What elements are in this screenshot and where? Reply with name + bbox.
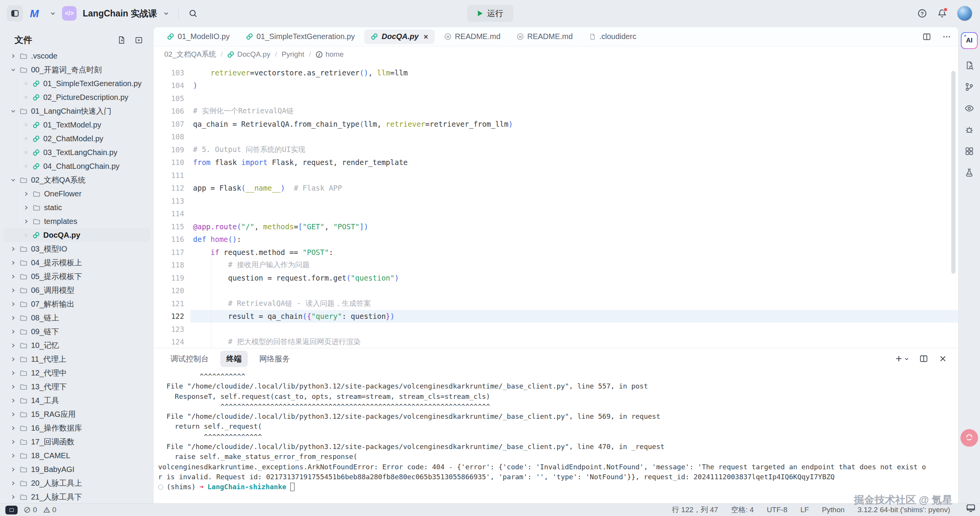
tree-folder-item[interactable]: 17_回调函数 xyxy=(0,435,153,449)
code-line-current[interactable]: 122 result = qa_chain({"query": question… xyxy=(154,310,958,323)
code-line[interactable]: 118 # 接收用户输入作为问题 xyxy=(154,259,958,272)
tree-folder-item[interactable]: 18_CAMEL xyxy=(0,449,153,462)
chevron-down-icon[interactable] xyxy=(50,10,56,16)
chevron-right-icon[interactable] xyxy=(10,467,16,472)
tree-folder-item[interactable]: templates xyxy=(0,214,153,228)
chevron-right-icon[interactable] xyxy=(10,439,16,445)
chevron-right-icon[interactable] xyxy=(10,370,16,376)
code-line[interactable]: 119 question = request.form.get("questio… xyxy=(154,271,958,284)
code-line[interactable]: 124 # 把大模型的回答结果返回网页进行渲染 xyxy=(154,336,958,348)
code-line[interactable]: 110from flask import Flask, request, ren… xyxy=(154,156,958,169)
close-tab-icon[interactable]: × xyxy=(424,33,428,41)
chevron-right-icon[interactable] xyxy=(10,315,16,321)
device-monitor-icon[interactable] xyxy=(965,503,976,514)
logo-m-icon[interactable]: M xyxy=(29,7,44,20)
warnings-indicator[interactable]: 0 xyxy=(43,506,57,514)
tree-folder-item[interactable]: 13_代理下 xyxy=(0,380,153,394)
tree-folder-item[interactable]: 01_LangChain快速入门 xyxy=(0,104,153,118)
tree-folder-item[interactable]: static xyxy=(0,201,153,214)
code-line[interactable]: 120 xyxy=(154,284,958,297)
code-line[interactable]: 103 retriever=vectorstore.as_retriever()… xyxy=(154,66,958,79)
editor-tab[interactable]: 01_SimpleTextGeneration.py xyxy=(239,29,362,44)
split-editor-icon[interactable] xyxy=(922,32,931,41)
sidebar-toggle-icon[interactable] xyxy=(7,5,23,21)
tree-file-item[interactable]: 01_SimpleTextGeneration.py xyxy=(0,77,153,90)
chevron-right-icon[interactable] xyxy=(10,494,16,500)
eye-icon[interactable] xyxy=(964,103,974,113)
new-terminal-plus-icon[interactable] xyxy=(894,354,909,363)
tree-folder-item[interactable]: .vscode xyxy=(0,49,153,63)
tree-folder-item[interactable]: 14_工具 xyxy=(0,394,153,407)
panel-tab[interactable]: 终端 xyxy=(220,351,248,367)
editor-tab[interactable]: 01_ModelIO.py xyxy=(160,29,236,44)
tree-folder-item[interactable]: 06_调用模型 xyxy=(0,283,153,297)
tree-folder-item[interactable]: 08_链上 xyxy=(0,311,153,325)
indentation[interactable]: 空格: 4 xyxy=(731,505,754,515)
code-line[interactable]: 115@app.route("/", methods=["GET", "POST… xyxy=(154,220,958,233)
tree-folder-item[interactable]: 12_代理中 xyxy=(0,366,153,380)
chevron-right-icon[interactable] xyxy=(10,343,16,348)
code-line[interactable]: 112app = Flask(__name__) # Flask APP xyxy=(154,182,958,195)
panel-tab[interactable]: 调试控制台 xyxy=(164,351,215,367)
chevron-down-icon[interactable] xyxy=(10,108,16,114)
new-file-icon[interactable] xyxy=(117,36,126,44)
extensions-grid-icon[interactable] xyxy=(964,146,974,156)
tree-folder-item[interactable]: OneFlower xyxy=(0,187,153,201)
ai-assistant-badge[interactable]: ✦ AI xyxy=(961,32,978,49)
help-icon[interactable]: ? xyxy=(917,8,927,18)
notifications-bell-icon[interactable] xyxy=(937,8,947,18)
breadcrumb-file[interactable]: DocQA.py xyxy=(227,50,270,59)
breadcrumb-symbol[interactable]: f home xyxy=(316,50,344,59)
debug-icon[interactable] xyxy=(964,125,974,135)
chevron-right-icon[interactable] xyxy=(10,274,16,279)
tree-file-item[interactable]: 02_PictureDescription.py xyxy=(0,90,153,104)
cursor-position[interactable]: 行 122，列 47 xyxy=(672,505,718,515)
chevron-right-icon[interactable] xyxy=(10,384,16,390)
tree-file-item[interactable]: 01_TextModel.py xyxy=(0,118,153,132)
language-mode[interactable]: Python xyxy=(822,506,844,514)
editor-tab[interactable]: DocQA.py× xyxy=(364,29,434,44)
chevron-down-icon[interactable] xyxy=(10,177,16,183)
code-line[interactable]: 116def home(): xyxy=(154,233,958,246)
editor-tab[interactable]: MREADME.md xyxy=(510,29,579,44)
chevron-right-icon[interactable] xyxy=(10,260,16,266)
code-line[interactable]: 111 xyxy=(154,169,958,182)
chevron-right-icon[interactable] xyxy=(10,480,16,486)
code-editor[interactable]: 103 retriever=vectorstore.as_retriever()… xyxy=(154,62,958,348)
tree-folder-item[interactable]: 19_BabyAGI xyxy=(0,462,153,476)
chevron-right-icon[interactable] xyxy=(10,356,16,362)
code-line[interactable]: 108 xyxy=(154,131,958,144)
tree-folder-item[interactable]: 16_操作数据库 xyxy=(0,421,153,435)
source-control-icon[interactable] xyxy=(964,82,974,92)
code-line[interactable]: 121 # RetrievalQA链 - 读入问题，生成答案 xyxy=(154,297,958,310)
panel-tab[interactable]: 网络服务 xyxy=(253,351,296,367)
breadcrumb-folder[interactable]: 02_文档QA系统 xyxy=(164,49,216,59)
code-line[interactable]: 106# 实例化一个RetrievalQA链 xyxy=(154,105,958,118)
split-panel-icon[interactable] xyxy=(919,354,928,363)
tree-folder-item[interactable]: 10_记忆 xyxy=(0,338,153,352)
tree-folder-item[interactable]: 07_解析输出 xyxy=(0,297,153,311)
file-search-icon[interactable] xyxy=(964,60,974,70)
chevron-right-icon[interactable] xyxy=(10,287,16,293)
tree-folder-item[interactable]: 11_代理上 xyxy=(0,352,153,366)
code-line[interactable]: 114 xyxy=(154,207,958,220)
interpreter[interactable]: 3.12.2 64-bit ('shims': pyenv) xyxy=(857,506,950,514)
tree-file-item[interactable]: DocQA.py xyxy=(3,228,150,242)
code-line[interactable]: 117 if request.method == "POST": xyxy=(154,246,958,259)
chevron-right-icon[interactable] xyxy=(10,453,16,459)
code-line[interactable]: 105 xyxy=(154,92,958,105)
more-actions-icon[interactable] xyxy=(942,32,951,41)
eol-type[interactable]: LF xyxy=(800,506,809,514)
chevron-right-icon[interactable] xyxy=(10,411,16,417)
editor-tab[interactable]: .cloudiderc xyxy=(582,29,643,44)
run-button[interactable]: 运行 xyxy=(467,5,513,22)
tree-folder-item[interactable]: 15_RAG应用 xyxy=(0,407,153,421)
encoding[interactable]: UTF-8 xyxy=(767,506,787,514)
code-line[interactable]: 107qa_chain = RetrievalQA.from_chain_typ… xyxy=(154,118,958,131)
chevron-right-icon[interactable] xyxy=(23,219,29,224)
chevron-right-icon[interactable] xyxy=(10,246,16,252)
close-panel-icon[interactable] xyxy=(938,354,947,363)
test-flask-icon[interactable] xyxy=(964,168,974,178)
tree-folder-item[interactable]: 02_文档QA系统 xyxy=(0,173,153,187)
new-folder-icon[interactable] xyxy=(134,36,143,44)
